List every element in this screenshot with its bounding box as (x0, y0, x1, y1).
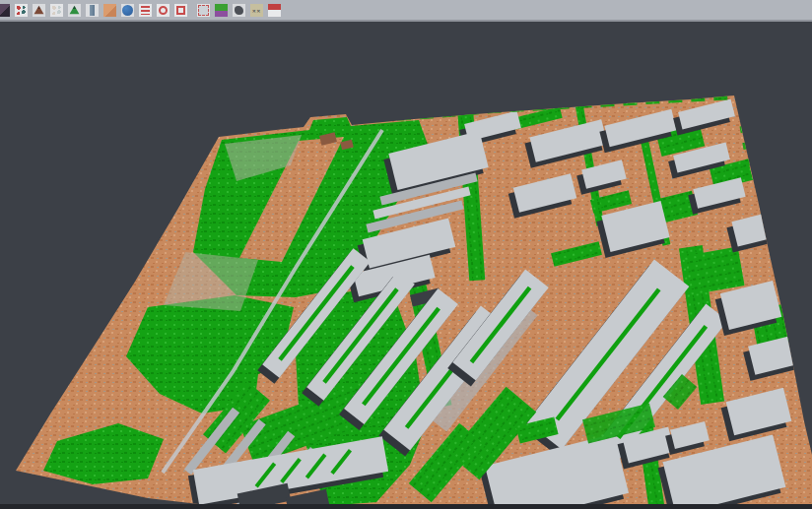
card-red-icon-glyph (268, 4, 281, 17)
points-faint-icon[interactable] (48, 2, 65, 19)
ground-orange-icon-glyph (103, 4, 116, 17)
selection-red-icon-glyph (174, 4, 187, 17)
scatter-points-icon[interactable] (13, 2, 30, 19)
classified-image-icon-glyph (215, 4, 228, 17)
marks-icon-glyph (250, 4, 263, 17)
terrain-green-icon[interactable] (66, 2, 83, 19)
globe-blue-icon-glyph (121, 4, 134, 17)
grid-red-icon-glyph (197, 4, 210, 17)
selection-red-icon[interactable] (172, 2, 189, 19)
3d-viewport[interactable] (0, 22, 812, 509)
classified-image-icon[interactable] (213, 2, 230, 19)
mesh-gray-icon-glyph (233, 4, 245, 17)
toolbar (0, 0, 812, 22)
layers-red-icon[interactable] (137, 2, 154, 19)
window-bottom-edge (0, 504, 812, 509)
ring-red-icon[interactable] (155, 2, 171, 19)
scene-svg (0, 22, 812, 509)
grid-red-icon[interactable] (195, 2, 212, 19)
mesh-dark-icon[interactable] (0, 2, 12, 19)
terrain-green-icon-glyph (68, 4, 81, 17)
mesh-dark-icon-glyph (0, 4, 10, 17)
mountain-brown-icon-glyph (33, 4, 45, 17)
prism-blue-icon[interactable] (84, 2, 101, 19)
globe-blue-icon[interactable] (119, 2, 136, 19)
ground-orange-icon[interactable] (102, 2, 118, 19)
card-red-icon[interactable] (266, 2, 283, 19)
ring-red-icon-glyph (157, 4, 169, 17)
mountain-brown-icon[interactable] (31, 2, 47, 19)
marks-icon[interactable] (248, 2, 265, 19)
points-faint-icon-glyph (50, 4, 63, 17)
mesh-gray-icon[interactable] (231, 2, 247, 19)
layers-red-icon-glyph (139, 4, 152, 17)
scatter-points-icon-glyph (15, 4, 28, 17)
prism-blue-icon-glyph (86, 4, 99, 17)
